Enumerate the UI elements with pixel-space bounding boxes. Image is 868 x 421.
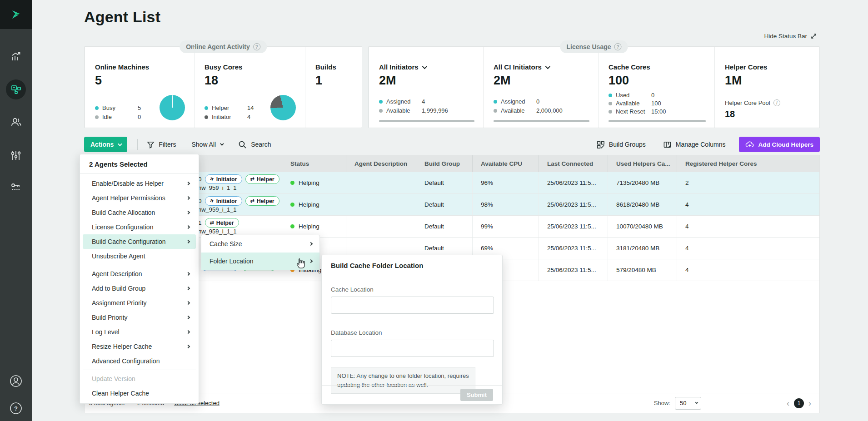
column-header-build-group[interactable]: Build Group <box>416 155 472 172</box>
menu-item-log-level[interactable]: Log Level <box>83 325 196 339</box>
actions-button[interactable]: Actions <box>84 137 127 152</box>
chevron-down-icon <box>695 401 698 404</box>
sliders-icon <box>10 149 22 161</box>
column-header-status[interactable]: Status <box>282 155 346 172</box>
chevron-right-icon <box>186 301 190 305</box>
show-all-dropdown[interactable]: Show All <box>191 141 223 148</box>
menu-item-unsubscribe-agent[interactable]: Unsubscribe Agent <box>83 249 196 263</box>
build-groups-button[interactable]: Build Groups <box>596 140 646 149</box>
search-button[interactable]: Search <box>238 140 271 149</box>
menu-item-agent-description[interactable]: Agent Description <box>83 267 196 281</box>
available-cpu-cell: 98% <box>472 194 539 215</box>
menu-item-enable-disable-helper[interactable]: Enable/Disable as Helper <box>83 176 196 191</box>
manage-columns-button[interactable]: Manage Columns <box>663 140 726 149</box>
menu-item-build-cache-allocation[interactable]: Build Cache Allocation <box>83 205 196 220</box>
menu-item-advanced-configuration[interactable]: Advanced Configuration <box>83 354 196 368</box>
add-cloud-helpers-button[interactable]: Add Cloud Helpers <box>739 137 820 152</box>
available-cpu-cell: 99% <box>472 216 539 237</box>
column-header-registered-helper-cores[interactable]: Registered Helper Cores <box>677 155 819 172</box>
build-group-cell: Default <box>416 194 472 215</box>
submit-button[interactable]: Submit <box>460 389 493 401</box>
menu-item-agent-helper-permissions[interactable]: Agent Helper Permissions <box>83 191 196 205</box>
chevron-right-icon <box>186 316 190 319</box>
legend-assigned: Assigned0 <box>494 98 563 105</box>
current-page-badge[interactable]: 1 <box>794 398 804 408</box>
menu-item-license-configuration[interactable]: License Configuration <box>83 220 196 234</box>
sidebar-item-licenses[interactable] <box>6 177 26 197</box>
online-machines-value: 5 <box>95 74 186 88</box>
all-ci-initiators-dropdown[interactable]: All CI Initiators <box>494 63 590 71</box>
previous-page-button[interactable]: ‹ <box>787 399 789 407</box>
cache-location-label: Cache Location <box>331 286 493 293</box>
all-initiators-dropdown[interactable]: All Initiators <box>379 63 475 71</box>
column-header-available-cpu[interactable]: Available CPU <box>472 155 539 172</box>
app-logo[interactable] <box>0 0 32 29</box>
builds-title: Builds <box>315 63 354 71</box>
last-connected-cell: 25/06/2023 11:5... <box>539 194 608 215</box>
filter-funnel-icon <box>147 141 155 149</box>
build-group-cell: Default <box>416 216 472 237</box>
all-initiators-usage-bar <box>379 120 474 122</box>
key-icon <box>10 181 22 193</box>
menu-item-assignment-priority[interactable]: Assignment Priority <box>83 296 196 310</box>
column-header-last-connected[interactable]: Last Connected <box>539 155 608 172</box>
helper-badge: ⇄Helper <box>245 196 279 206</box>
show-all-label: Show All <box>191 141 216 148</box>
chevron-right-icon <box>186 225 190 229</box>
chevron-down-icon <box>545 64 550 69</box>
cloud-plus-icon <box>745 141 754 148</box>
sidebar-item-agents[interactable] <box>6 79 26 99</box>
last-connected-cell: 25/06/2023 11:5... <box>539 216 608 237</box>
manage-columns-icon <box>663 140 672 149</box>
help-icon: ? <box>9 401 23 415</box>
chevron-right-icon <box>186 182 190 185</box>
all-ci-initiators-section: All CI Initiators 2M Assigned0 Available… <box>483 47 598 128</box>
user-avatar-icon <box>9 374 23 388</box>
menu-item-add-to-build-group[interactable]: Add to Build Group <box>83 281 196 296</box>
initiator-dot <box>205 115 208 119</box>
sidebar-item-users[interactable] <box>6 112 26 132</box>
helper-core-pool-info-icon[interactable]: i <box>773 99 780 106</box>
chevron-right-icon <box>186 287 190 290</box>
online-machines-title: Online Machines <box>95 63 186 71</box>
actions-dropdown-menu: 2 Agents Selected Enable/Disable as Help… <box>80 154 199 404</box>
last-connected-cell: 25/06/2023 11:5... <box>539 172 608 193</box>
users-icon <box>10 116 22 129</box>
analytics-chart-icon <box>10 51 22 63</box>
page-size-select[interactable]: 50 <box>675 397 701 410</box>
next-page-button[interactable]: › <box>808 399 811 407</box>
cache-location-input[interactable] <box>331 297 494 314</box>
chevron-down-icon <box>118 142 122 146</box>
actions-label: Actions <box>90 141 114 148</box>
chevron-down-icon <box>220 142 224 145</box>
menu-item-resize-helper-cache[interactable]: Resize Helper Cache <box>83 339 196 354</box>
hide-status-bar-button[interactable]: Hide Status Bar <box>764 33 817 40</box>
all-initiators-value: 2M <box>379 74 475 88</box>
column-header-used-helpers[interactable]: Used Helpers Ca... <box>608 155 677 172</box>
sidebar-item-help[interactable]: ? <box>6 398 26 418</box>
show-label: Show: <box>654 400 670 406</box>
menu-item-clean-helper-cache[interactable]: Clean Helper Cache <box>83 386 196 401</box>
database-location-input[interactable] <box>331 340 494 357</box>
chevron-right-icon <box>309 242 313 246</box>
menu-item-build-priority[interactable]: Build Priority <box>83 310 196 325</box>
build-group-cell: Default <box>416 172 472 193</box>
submenu-item-cache-size[interactable]: Cache Size <box>201 235 319 253</box>
sidebar-item-account[interactable] <box>6 371 26 391</box>
chevron-right-icon <box>186 272 190 276</box>
filters-button[interactable]: Filters <box>147 141 176 149</box>
used-helpers-cell: 579/20480 MB <box>608 259 677 281</box>
helper-cores-section: Helper Cores 1M Helper Core Pool i 18 <box>714 47 819 128</box>
sidebar-item-dashboard[interactable] <box>6 47 26 67</box>
menu-item-build-cache-configuration[interactable]: Build Cache Configuration <box>83 234 196 249</box>
menu-divider <box>83 265 196 265</box>
agents-network-icon <box>10 84 22 95</box>
hide-status-bar-label: Hide Status Bar <box>764 33 807 40</box>
dialog-footer: Submit <box>322 385 502 404</box>
column-header-agent-description[interactable]: Agent Description <box>346 155 416 172</box>
chevron-right-icon <box>186 345 190 348</box>
manage-columns-label: Manage Columns <box>676 141 726 148</box>
agent-name: nw_959_i_1_1 <box>198 184 282 191</box>
sidebar-item-settings[interactable] <box>6 145 26 165</box>
registered-cores-cell: 4 <box>677 238 819 259</box>
